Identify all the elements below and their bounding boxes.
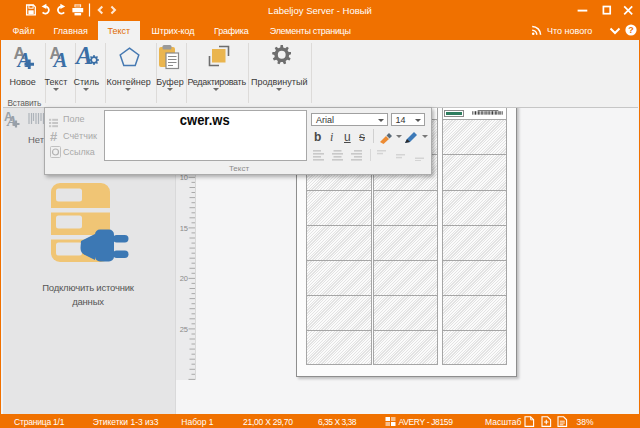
svg-text:?: ? (628, 25, 634, 35)
svg-text:15: 15 (180, 224, 188, 233)
svg-text:20: 20 (180, 274, 188, 283)
svg-text:25: 25 (180, 325, 188, 334)
